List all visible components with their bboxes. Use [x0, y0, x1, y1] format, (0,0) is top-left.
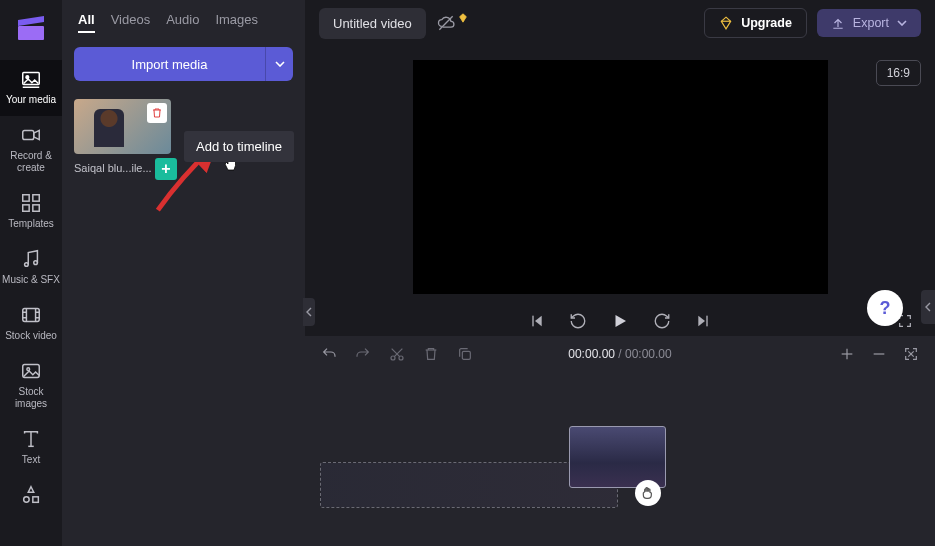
svg-marker-28 [721, 17, 730, 29]
rail-label: Stock video [5, 330, 57, 342]
rail-label: Your media [6, 94, 56, 106]
duplicate-button[interactable] [457, 346, 473, 362]
svg-marker-32 [616, 315, 627, 327]
rail-label: Music & SFX [2, 274, 60, 286]
dragging-clip[interactable] [569, 426, 666, 488]
svg-marker-0 [18, 16, 44, 26]
svg-point-24 [24, 497, 30, 503]
upgrade-button[interactable]: Upgrade [704, 8, 807, 38]
visibility-toggle[interactable] [436, 13, 468, 33]
chevron-left-icon [306, 307, 312, 317]
timeline[interactable] [305, 372, 935, 546]
add-to-timeline-tooltip: Add to timeline [184, 131, 294, 162]
svg-marker-30 [535, 316, 542, 327]
svg-rect-4 [23, 130, 34, 139]
chevron-down-icon [897, 20, 907, 26]
help-button[interactable]: ? [867, 290, 903, 326]
import-media-button[interactable]: Import media [74, 47, 265, 81]
svg-marker-33 [698, 316, 705, 327]
delete-media-button[interactable] [147, 103, 167, 123]
svg-marker-23 [28, 487, 34, 493]
delete-button[interactable] [423, 346, 439, 362]
topbar: Untitled video Upgrade Export [305, 0, 935, 46]
cut-button[interactable] [389, 346, 405, 362]
rail-templates[interactable]: Templates [0, 184, 62, 240]
left-rail: Your media Record & create Templates Mus… [0, 0, 62, 546]
redo-button[interactable] [355, 346, 371, 362]
svg-rect-34 [706, 316, 707, 327]
editbar: 00:00.00 / 00:00.00 [305, 336, 935, 372]
svg-marker-5 [34, 130, 40, 139]
undo-button[interactable] [321, 346, 337, 362]
export-button[interactable]: Export [817, 9, 921, 37]
svg-rect-12 [23, 309, 40, 322]
app-logo[interactable] [11, 8, 51, 48]
svg-rect-31 [532, 316, 533, 327]
forward-button[interactable] [653, 312, 671, 330]
media-panel: All Videos Audio Images Import media + S… [62, 0, 305, 546]
tab-audio[interactable]: Audio [166, 12, 199, 33]
export-label: Export [853, 16, 889, 30]
svg-rect-9 [33, 205, 39, 211]
rail-label: Text [22, 454, 40, 466]
svg-rect-7 [33, 195, 39, 201]
media-tabs: All Videos Audio Images [74, 12, 293, 33]
svg-rect-8 [23, 205, 29, 211]
rail-your-media[interactable]: Your media [0, 60, 62, 116]
tab-videos[interactable]: Videos [111, 12, 151, 33]
plus-icon: + [161, 160, 170, 178]
svg-rect-1 [18, 26, 44, 40]
aspect-ratio-button[interactable]: 16:9 [876, 60, 921, 86]
collapse-panel-tab[interactable] [303, 298, 315, 326]
skip-back-button[interactable] [529, 313, 545, 329]
time-display: 00:00.00 / 00:00.00 [568, 347, 671, 361]
trash-icon [151, 107, 163, 119]
upload-icon [831, 16, 845, 30]
cloud-off-icon [436, 13, 456, 33]
video-canvas[interactable] [413, 60, 828, 294]
media-thumbnail[interactable]: + Saiqal blu...ile... [74, 99, 171, 174]
grab-cursor-icon [635, 480, 661, 506]
rail-music-sfx[interactable]: Music & SFX [0, 240, 62, 296]
main-area: Untitled video Upgrade Export 16:9 [305, 0, 935, 546]
playback-controls [305, 312, 935, 330]
rail-stock-images[interactable]: Stock images [0, 352, 62, 420]
svg-rect-6 [23, 195, 29, 201]
add-to-timeline-button[interactable]: + [155, 158, 177, 180]
rail-label: Templates [8, 218, 54, 230]
svg-rect-39 [462, 351, 470, 359]
rail-label: Record & create [2, 150, 60, 174]
diamond-icon [719, 16, 733, 30]
rail-label: Stock images [2, 386, 60, 410]
tab-all[interactable]: All [78, 12, 95, 33]
chevron-down-icon [275, 61, 285, 67]
question-icon: ? [880, 298, 891, 319]
upgrade-label: Upgrade [741, 16, 792, 30]
add-track-button[interactable] [839, 346, 855, 362]
svg-marker-27 [459, 14, 466, 22]
import-media-dropdown[interactable] [265, 47, 293, 81]
svg-point-11 [34, 261, 38, 265]
rail-record-create[interactable]: Record & create [0, 116, 62, 184]
play-button[interactable] [611, 312, 629, 330]
svg-rect-25 [33, 497, 39, 503]
svg-point-10 [25, 263, 29, 267]
diamond-icon [458, 13, 468, 23]
project-title[interactable]: Untitled video [319, 8, 426, 39]
tab-images[interactable]: Images [215, 12, 258, 33]
skip-forward-button[interactable] [695, 313, 711, 329]
right-collapse-tab[interactable] [921, 290, 935, 324]
rail-text[interactable]: Text [0, 420, 62, 476]
current-time: 00:00.00 [568, 347, 615, 361]
rail-more[interactable] [0, 476, 62, 516]
rail-stock-video[interactable]: Stock video [0, 296, 62, 352]
chevron-left-icon [925, 302, 931, 312]
preview-area: 16:9 [305, 46, 935, 336]
total-time: 00:00.00 [625, 347, 672, 361]
rewind-button[interactable] [569, 312, 587, 330]
fit-button[interactable] [903, 346, 919, 362]
zoom-out-button[interactable] [871, 346, 887, 362]
